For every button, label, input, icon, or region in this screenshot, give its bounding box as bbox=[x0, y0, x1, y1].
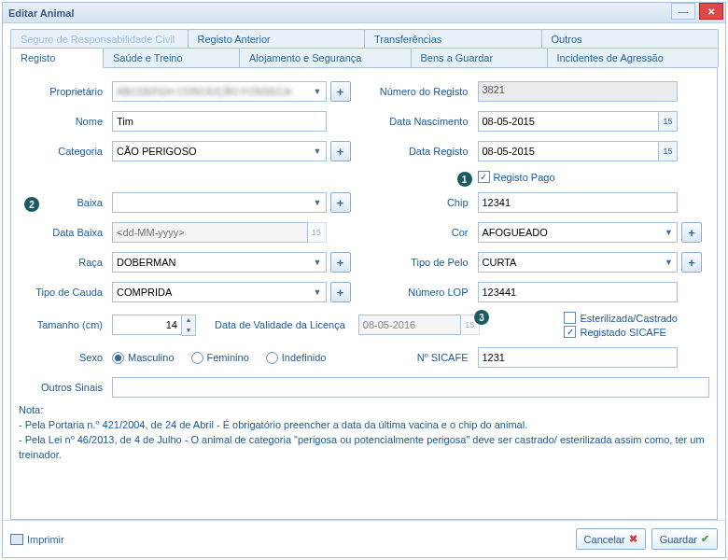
raca-value: DOBERMAN bbox=[117, 257, 176, 268]
label-proprietario: Proprietário bbox=[19, 86, 108, 97]
registo-pago-row: 1 ✓ Registo Pago bbox=[478, 171, 679, 183]
lower-tab-strip: Registo Saúde e Treino Alojamento e Segu… bbox=[10, 48, 718, 68]
print-button[interactable]: Imprimir bbox=[10, 534, 64, 545]
tamanho-licenca-row: ▲ ▼ Data de Validade da Licença 15 3 bbox=[112, 312, 678, 338]
add-tipo-pelo-button[interactable]: + bbox=[681, 252, 702, 273]
registo-pago-checkbox[interactable]: ✓ bbox=[478, 171, 490, 183]
calendar-icon[interactable]: 15 bbox=[659, 141, 678, 161]
label-categoria: Categoria bbox=[19, 146, 108, 157]
radio-icon bbox=[266, 352, 278, 364]
cor-select[interactable]: AFOGUEADO ▼ bbox=[478, 222, 679, 243]
spinner-up[interactable]: ▲ bbox=[182, 315, 195, 326]
sicafe-checkbox[interactable]: ✓ bbox=[564, 326, 576, 338]
proprietario-select[interactable]: ABCDEFGH CONCEIÇÃO FONSECA ▼ bbox=[112, 81, 327, 102]
label-tamanho: Tamanho (cm) bbox=[19, 319, 108, 330]
raca-select[interactable]: DOBERMAN ▼ bbox=[112, 252, 327, 273]
tab-alojamento[interactable]: Alojamento e Segurança bbox=[239, 48, 412, 67]
nome-input[interactable] bbox=[112, 111, 327, 132]
chevron-down-icon: ▼ bbox=[314, 198, 322, 207]
dialog-content: Seguro de Responsabilidade Civil Registo… bbox=[3, 23, 725, 520]
button-bar: Imprimir Cancelar ✖ Guardar ✔ bbox=[3, 520, 725, 557]
label-outros-sinais: Outros Sinais bbox=[19, 382, 108, 393]
close-button[interactable]: ✕ bbox=[699, 3, 723, 20]
data-baixa-input bbox=[112, 222, 308, 243]
sexo-feminino[interactable]: Feminino bbox=[191, 352, 249, 364]
sexo-indefinido[interactable]: Indefinido bbox=[266, 352, 327, 364]
tipo-pelo-select[interactable]: CURTA ▼ bbox=[478, 252, 679, 273]
label-data-baixa: Data Baixa bbox=[19, 227, 108, 238]
titlebar: Editar Animal — ✕ bbox=[3, 3, 725, 23]
chevron-down-icon: ▼ bbox=[665, 258, 673, 267]
calendar-icon[interactable]: 15 bbox=[659, 111, 678, 132]
radio-icon bbox=[191, 352, 203, 364]
label-numero-lop: Número LOP bbox=[362, 287, 474, 298]
label-nome: Nome bbox=[19, 116, 108, 127]
window-controls: — ✕ bbox=[669, 3, 725, 22]
chevron-down-icon: ▼ bbox=[314, 147, 322, 156]
form-grid: Proprietário ABCDEFGH CONCEIÇÃO FONSECA … bbox=[19, 81, 709, 398]
badge-3: 3 bbox=[474, 310, 489, 325]
tab-seguro[interactable]: Seguro de Responsabilidade Civil bbox=[10, 29, 189, 49]
add-tipo-cauda-button[interactable]: + bbox=[330, 282, 351, 302]
guardar-button[interactable]: Guardar ✔ bbox=[651, 528, 718, 550]
numero-registo-field: 3821 bbox=[478, 81, 679, 102]
chip-input[interactable] bbox=[478, 192, 679, 213]
chevron-down-icon: ▼ bbox=[314, 258, 322, 267]
numero-lop-input[interactable] bbox=[478, 282, 679, 302]
spinner-buttons: ▲ ▼ bbox=[182, 315, 196, 336]
add-proprietario-button[interactable]: + bbox=[330, 81, 351, 102]
tab-saude[interactable]: Saúde e Treino bbox=[103, 48, 240, 67]
nota-line-1: - Pela Portaria n.º 421/2004, de 24 de A… bbox=[19, 418, 709, 433]
label-data-validade: Data de Validade da Licença bbox=[203, 319, 351, 330]
categoria-value: CÃO PERIGOSO bbox=[117, 146, 197, 157]
categoria-select[interactable]: CÃO PERIGOSO ▼ bbox=[112, 141, 327, 161]
tipo-cauda-select[interactable]: COMPRIDA ▼ bbox=[112, 282, 327, 302]
outros-sinais-input[interactable] bbox=[112, 377, 709, 398]
label-esterilizada: Esterilizada/Castrado bbox=[580, 313, 678, 324]
tab-transferencias[interactable]: Transferências bbox=[364, 29, 542, 49]
nota-line-2: - Pela Lei nº 46/2013, de 4 de Julho - O… bbox=[19, 433, 709, 463]
tab-outros[interactable]: Outros bbox=[541, 29, 720, 49]
n-sicafe-input[interactable] bbox=[478, 347, 679, 368]
baixa-select[interactable]: ▼ bbox=[112, 192, 327, 213]
label-sicafe: Registado SICAFE bbox=[580, 327, 665, 338]
radio-icon bbox=[112, 352, 124, 364]
label-tipo-cauda: Tipo de Cauda bbox=[19, 287, 108, 298]
add-baixa-button[interactable]: + bbox=[330, 192, 351, 213]
check-icon: ✔ bbox=[701, 533, 709, 545]
chevron-down-icon: ▼ bbox=[665, 228, 673, 237]
tab-registo-anterior[interactable]: Registo Anterior bbox=[188, 29, 366, 49]
label-cor: Cor bbox=[362, 227, 474, 238]
nota-header: Nota: bbox=[19, 403, 709, 418]
tamanho-input[interactable] bbox=[112, 315, 182, 335]
upper-tab-strip: Seguro de Responsabilidade Civil Registo… bbox=[10, 29, 718, 49]
cancelar-button[interactable]: Cancelar ✖ bbox=[576, 528, 646, 550]
add-cor-button[interactable]: + bbox=[681, 222, 702, 243]
data-nasc-input[interactable] bbox=[478, 111, 660, 132]
add-categoria-button[interactable]: + bbox=[330, 141, 351, 161]
label-chip: Chip bbox=[362, 197, 474, 208]
tab-bens[interactable]: Bens a Guardar bbox=[411, 48, 548, 67]
label-registo-pago: Registo Pago bbox=[494, 172, 555, 183]
tipo-cauda-value: COMPRIDA bbox=[117, 287, 172, 298]
esterilizada-checkbox[interactable] bbox=[564, 312, 576, 324]
add-raca-button[interactable]: + bbox=[330, 252, 351, 273]
nota-block: Nota: - Pela Portaria n.º 421/2004, de 2… bbox=[19, 403, 709, 463]
badge-2: 2 bbox=[24, 197, 39, 212]
spinner-down[interactable]: ▼ bbox=[182, 325, 195, 335]
minimize-button[interactable]: — bbox=[671, 3, 695, 20]
chevron-down-icon: ▼ bbox=[314, 87, 322, 96]
tab-incidentes[interactable]: Incidentes de Agressão bbox=[547, 48, 720, 67]
badge-1: 1 bbox=[457, 172, 472, 187]
tamanho-spinner[interactable]: ▲ ▼ bbox=[112, 315, 196, 336]
form-area: Proprietário ABCDEFGH CONCEIÇÃO FONSECA … bbox=[10, 68, 718, 520]
data-registo-input[interactable] bbox=[478, 141, 660, 161]
sexo-masculino[interactable]: Masculino bbox=[112, 352, 175, 364]
tab-registo[interactable]: Registo bbox=[10, 48, 104, 68]
label-data-nasc: Data Nascimento bbox=[362, 116, 474, 127]
proprietario-value: ABCDEFGH CONCEIÇÃO FONSECA bbox=[117, 86, 291, 97]
sexo-radio-group: Masculino Feminino Indefinido bbox=[112, 352, 327, 364]
close-icon: ✖ bbox=[629, 533, 637, 545]
calendar-icon: 15 bbox=[308, 222, 327, 243]
label-sexo: Sexo bbox=[19, 352, 108, 363]
